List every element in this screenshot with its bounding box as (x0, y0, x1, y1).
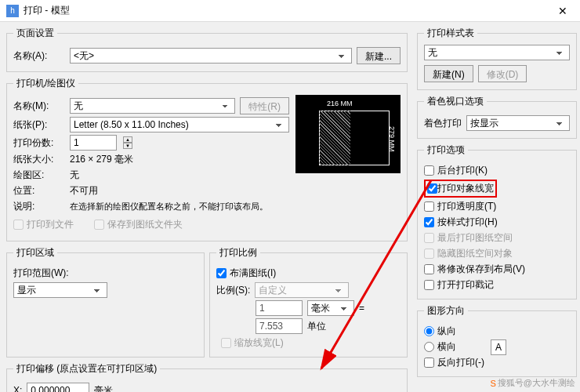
offset-legend: 打印偏移 (原点设置在可打印区域) (13, 362, 160, 376)
app-icon: h (6, 5, 19, 17)
paper-select[interactable]: Letter (8.50 x 11.00 Inches) (70, 117, 289, 132)
style-group: 打印样式表 无 新建(N) 修改(D) (417, 27, 577, 90)
offset-group: 打印偏移 (原点设置在可打印区域) X: 毫米 Y: 毫米 居中打印(C) (6, 362, 408, 392)
range-select[interactable]: 显示 (13, 282, 107, 298)
preview-width: 216 MM (327, 100, 353, 107)
copies-spinner[interactable]: ▲▼ (123, 136, 132, 149)
ratio-label: 比例(S): (216, 284, 250, 297)
bystyle-label: 按样式打印(H) (437, 216, 498, 229)
fit-label: 布满图纸(I) (230, 267, 276, 280)
printer-name-select[interactable]: 无 (70, 98, 235, 114)
print-area-legend: 打印区域 (13, 246, 57, 260)
watermark: S搜狐号@大水牛测绘 (490, 377, 575, 389)
landscape-radio[interactable] (424, 342, 434, 352)
close-icon[interactable]: ✕ (552, 5, 574, 17)
paper-preview: 216 MM 279 MM (295, 95, 401, 173)
x-unit: 毫米 (94, 384, 113, 393)
scale-legend: 打印比例 (216, 246, 260, 260)
last-check (424, 233, 434, 243)
x-input[interactable] (27, 383, 89, 392)
savelayout-label: 将修改保存到布局(V) (437, 263, 525, 276)
shade-group: 着色视口选项 着色打印 按显示 (417, 95, 577, 139)
scale-unit-select[interactable]: 毫米 (307, 300, 354, 316)
print-area-group: 打印区域 打印范围(W): 显示 (6, 246, 205, 358)
orient-legend: 图形方向 (424, 304, 468, 318)
printer-prop-button[interactable]: 特性(R) (240, 97, 289, 114)
style-select[interactable]: 无 (424, 45, 570, 60)
landscape-label: 横向 (437, 340, 456, 354)
style-edit-button[interactable]: 修改(D) (478, 65, 527, 82)
papersize-value: 216 × 279 毫米 (70, 153, 133, 166)
lw-check[interactable] (427, 183, 437, 194)
unit2-label: 单位 (307, 320, 326, 333)
ratio-select: 自定义 (255, 282, 349, 298)
style-new-button[interactable]: 新建(N) (424, 65, 473, 82)
reverse-check[interactable] (424, 358, 434, 368)
desc-label: 说明: (13, 200, 65, 213)
shade-label: 着色打印 (424, 117, 462, 130)
eq-label: = (359, 303, 364, 314)
trans-label: 打印透明度(T) (437, 200, 496, 213)
portrait-radio[interactable] (424, 326, 434, 336)
paper-label: 纸张(P): (13, 118, 65, 132)
scale-num2 (256, 318, 303, 334)
orient-icon: A (491, 339, 506, 355)
scale-num1 (256, 300, 303, 316)
portrait-label: 纵向 (437, 325, 456, 338)
page-new-button[interactable]: 新建... (357, 47, 401, 64)
shade-legend: 着色视口选项 (424, 95, 487, 108)
reverse-label: 反向打印(-) (437, 356, 484, 369)
page-setup-legend: 页面设置 (13, 27, 57, 40)
scale-group: 打印比例 布满图纸(I) 比例(S): 自定义 毫米 = 单位 缩放线宽(L) (209, 246, 408, 358)
page-name-label: 名称(A): (13, 49, 65, 63)
save-pkg-check (94, 220, 104, 230)
bystyle-check[interactable] (424, 217, 434, 227)
orient-group: 图形方向 纵向 横向 反向打印(-) A (417, 304, 577, 377)
stamp-check[interactable] (424, 280, 434, 290)
window-title: 打印 - 模型 (24, 4, 70, 17)
hide-check (424, 249, 434, 259)
papersize-label: 纸张大小: (13, 153, 65, 166)
print-to-file-check (13, 220, 24, 230)
fit-check[interactable] (216, 268, 227, 278)
printer-legend: 打印机/绘图仪 (13, 77, 78, 90)
page-name-select[interactable]: <无> (70, 48, 352, 64)
copies-input[interactable] (70, 135, 117, 151)
scale-lw-label: 缩放线宽(L) (234, 336, 284, 350)
titlebar: h 打印 - 模型 ✕ (0, 0, 580, 22)
last-label: 最后打印图纸空间 (437, 231, 513, 245)
scale-lw-check (221, 338, 231, 348)
style-legend: 打印样式表 (424, 27, 477, 40)
plotarea-value: 无 (70, 169, 79, 182)
bg-label: 后台打印(K) (437, 164, 488, 177)
trans-check[interactable] (424, 201, 434, 212)
hide-label: 隐藏图纸空间对象 (437, 247, 513, 260)
printer-group: 打印机/绘图仪 名称(M): 无 特性(R) 纸张(P): Letter (8.… (6, 77, 408, 241)
range-label: 打印范围(W): (13, 267, 69, 280)
stamp-label: 打开打印戳记 (437, 278, 494, 292)
copies-label: 打印份数: (13, 136, 65, 150)
options-group: 打印选项 后台打印(K) 打印对象线宽 打印透明度(T) 按样式打印(H) 最后… (417, 143, 577, 299)
pos-value: 不可用 (70, 184, 98, 198)
print-to-file-label: 打印到文件 (27, 218, 74, 231)
bg-check[interactable] (424, 165, 434, 176)
shade-select[interactable]: 按显示 (466, 115, 570, 131)
desc-value: 在选择新的绘图仪配置名称之前，不能打印该布局。 (70, 201, 268, 212)
save-pkg-label: 保存到图纸文件夹 (107, 218, 183, 231)
printer-name-label: 名称(M): (13, 100, 65, 113)
lw-label: 打印对象线宽 (437, 182, 494, 195)
pos-label: 位置: (13, 184, 65, 198)
x-label: X: (13, 385, 22, 392)
plotarea-label: 绘图区: (13, 169, 65, 182)
page-setup-group: 页面设置 名称(A): <无> 新建... (6, 27, 408, 72)
savelayout-check[interactable] (424, 264, 434, 274)
options-legend: 打印选项 (424, 143, 468, 157)
